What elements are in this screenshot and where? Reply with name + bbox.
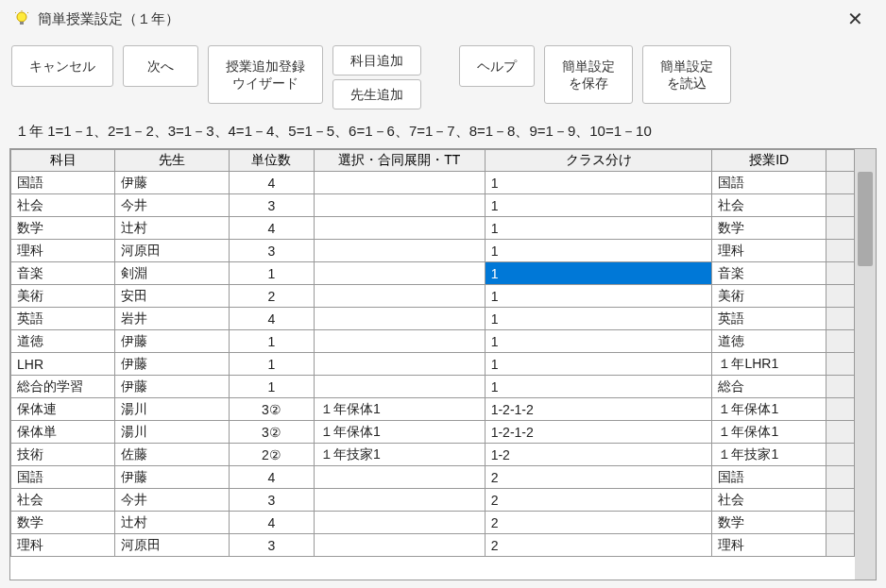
cell-teacher[interactable]: 辻村: [115, 217, 229, 240]
table-row[interactable]: 道徳伊藤11道徳: [11, 330, 855, 353]
vertical-scrollbar[interactable]: [855, 149, 876, 580]
cell-subject[interactable]: 理科: [11, 534, 115, 557]
table-row[interactable]: 理科河原田32理科: [11, 534, 855, 557]
cell-class[interactable]: 1: [485, 376, 712, 398]
scrollbar-thumb[interactable]: [858, 172, 873, 266]
cell-subject[interactable]: 保体連: [11, 398, 115, 421]
cell-subject[interactable]: 国語: [11, 172, 115, 194]
header-class[interactable]: クラス分け: [485, 150, 712, 172]
header-units[interactable]: 単位数: [229, 150, 314, 172]
cell-subject[interactable]: 音楽: [11, 262, 115, 285]
header-id[interactable]: 授業ID: [712, 150, 826, 172]
cell-teacher[interactable]: 剣淵: [115, 262, 229, 285]
cell-class[interactable]: 1: [485, 330, 712, 353]
cell-teacher[interactable]: 安田: [115, 285, 229, 308]
cell-units[interactable]: 3: [229, 194, 314, 217]
cell-id[interactable]: 総合: [712, 376, 826, 398]
cell-group[interactable]: [315, 330, 486, 353]
cell-teacher[interactable]: 伊藤: [115, 330, 229, 353]
cell-group[interactable]: [315, 285, 486, 308]
cell-group[interactable]: [315, 262, 486, 285]
cell-extra[interactable]: [826, 217, 854, 240]
cell-id[interactable]: １年保体1: [712, 421, 826, 444]
cell-class[interactable]: 1: [485, 262, 712, 285]
cell-subject[interactable]: 社会: [11, 489, 115, 512]
table-row[interactable]: 保体単湯川3②１年保体11-2-1-2１年保体1: [11, 421, 855, 444]
cell-id[interactable]: 数学: [712, 512, 826, 534]
cell-group[interactable]: [315, 240, 486, 262]
cell-id[interactable]: １年LHR1: [712, 353, 826, 376]
cell-subject[interactable]: 英語: [11, 308, 115, 330]
table-row[interactable]: 数学辻村41数学: [11, 217, 855, 240]
header-subject[interactable]: 科目: [11, 150, 115, 172]
cell-extra[interactable]: [826, 421, 854, 444]
cell-extra[interactable]: [826, 330, 854, 353]
table-row[interactable]: 社会今井31社会: [11, 194, 855, 217]
cell-group[interactable]: [315, 489, 486, 512]
cell-id[interactable]: 数学: [712, 217, 826, 240]
cell-class[interactable]: 1-2: [485, 444, 712, 466]
cell-extra[interactable]: [826, 194, 854, 217]
cell-teacher[interactable]: 湯川: [115, 421, 229, 444]
cell-group[interactable]: [315, 512, 486, 534]
table-row[interactable]: 国語伊藤41国語: [11, 172, 855, 194]
cell-units[interactable]: 3: [229, 240, 314, 262]
cell-id[interactable]: 英語: [712, 308, 826, 330]
cell-units[interactable]: 1: [229, 330, 314, 353]
cell-group[interactable]: [315, 353, 486, 376]
cell-subject[interactable]: 道徳: [11, 330, 115, 353]
cell-teacher[interactable]: 河原田: [115, 240, 229, 262]
cell-subject[interactable]: 理科: [11, 240, 115, 262]
cell-extra[interactable]: [826, 512, 854, 534]
cell-extra[interactable]: [826, 489, 854, 512]
cell-extra[interactable]: [826, 172, 854, 194]
cell-subject[interactable]: 社会: [11, 194, 115, 217]
table-row[interactable]: 総合的学習伊藤11総合: [11, 376, 855, 398]
cell-extra[interactable]: [826, 308, 854, 330]
cell-extra[interactable]: [826, 398, 854, 421]
cell-units[interactable]: 3: [229, 534, 314, 557]
cell-class[interactable]: 2: [485, 512, 712, 534]
cell-class[interactable]: 1: [485, 217, 712, 240]
cell-group[interactable]: [315, 172, 486, 194]
save-simple-button[interactable]: 簡単設定 を保存: [544, 45, 633, 104]
cell-units[interactable]: 4: [229, 512, 314, 534]
cell-id[interactable]: 理科: [712, 240, 826, 262]
cell-class[interactable]: 1: [485, 240, 712, 262]
cell-subject[interactable]: 数学: [11, 512, 115, 534]
cell-units[interactable]: 4: [229, 217, 314, 240]
cell-id[interactable]: 国語: [712, 172, 826, 194]
cell-class[interactable]: 1: [485, 285, 712, 308]
cell-teacher[interactable]: 辻村: [115, 512, 229, 534]
cell-class[interactable]: 1: [485, 353, 712, 376]
table-scroll[interactable]: 科目 先生 単位数 選択・合同展開・TT クラス分け 授業ID 国語伊藤41国語…: [10, 149, 855, 580]
cell-units[interactable]: 2: [229, 285, 314, 308]
table-row[interactable]: 美術安田21美術: [11, 285, 855, 308]
cell-units[interactable]: 3: [229, 489, 314, 512]
cell-id[interactable]: 道徳: [712, 330, 826, 353]
cell-group[interactable]: [315, 376, 486, 398]
cell-teacher[interactable]: 伊藤: [115, 172, 229, 194]
header-teacher[interactable]: 先生: [115, 150, 229, 172]
cell-class[interactable]: 1: [485, 194, 712, 217]
cell-units[interactable]: 1: [229, 262, 314, 285]
cell-units[interactable]: 4: [229, 308, 314, 330]
cell-class[interactable]: 1: [485, 308, 712, 330]
cell-teacher[interactable]: 河原田: [115, 534, 229, 557]
cell-class[interactable]: 1-2-1-2: [485, 421, 712, 444]
cell-extra[interactable]: [826, 285, 854, 308]
cell-extra[interactable]: [826, 444, 854, 466]
cell-class[interactable]: 2: [485, 466, 712, 489]
cell-units[interactable]: 3②: [229, 421, 314, 444]
cell-units[interactable]: 3②: [229, 398, 314, 421]
header-group[interactable]: 選択・合同展開・TT: [315, 150, 486, 172]
cell-teacher[interactable]: 佐藤: [115, 444, 229, 466]
cell-id[interactable]: 美術: [712, 285, 826, 308]
cell-group[interactable]: １年保体1: [315, 398, 486, 421]
add-teacher-button[interactable]: 先生追加: [332, 79, 421, 109]
cell-units[interactable]: 2②: [229, 444, 314, 466]
table-row[interactable]: 保体連湯川3②１年保体11-2-1-2１年保体1: [11, 398, 855, 421]
cell-teacher[interactable]: 岩井: [115, 308, 229, 330]
next-button[interactable]: 次へ: [123, 45, 198, 87]
cell-teacher[interactable]: 伊藤: [115, 353, 229, 376]
